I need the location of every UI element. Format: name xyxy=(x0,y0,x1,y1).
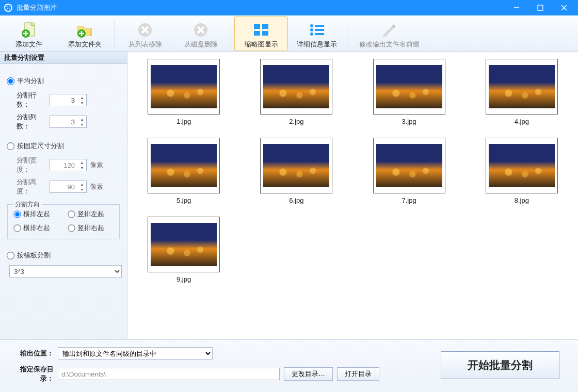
rows-label: 分割行数： xyxy=(17,91,50,109)
save-dir-input[interactable] xyxy=(58,368,280,380)
svg-rect-17 xyxy=(254,24,260,29)
dir-v-right-radio[interactable]: 竖排右起 xyxy=(68,224,113,233)
mode-template-radio[interactable]: 按模板分割 xyxy=(7,251,120,260)
delete-disk-icon xyxy=(192,21,210,39)
svg-rect-18 xyxy=(262,24,268,29)
thumbnail-view-button[interactable]: 缩略图显示 xyxy=(234,17,288,51)
close-button[interactable] xyxy=(552,0,576,15)
edit-prefix-icon xyxy=(380,21,398,39)
detail-view-button[interactable]: 详细信息显示 xyxy=(290,17,344,51)
thumbnail-caption: 4.jpg xyxy=(515,118,529,125)
svg-rect-26 xyxy=(315,33,324,35)
mode-fixed-radio[interactable]: 按固定尺寸分割 xyxy=(7,141,120,151)
mode-even-radio[interactable]: 平均分割 xyxy=(7,76,120,86)
edit-prefix-button[interactable]: 修改输出文件名前缀 xyxy=(350,17,428,51)
minimize-button[interactable] xyxy=(505,0,528,15)
maximize-button[interactable] xyxy=(528,0,552,15)
thumbnail-view-icon xyxy=(252,21,270,39)
bottom-panel: 输出位置： 输出到和原文件名同级的目录中 指定保存目录： 更改目录… 打开目录 … xyxy=(0,339,578,392)
svg-rect-20 xyxy=(262,31,268,36)
cols-label: 分割列数： xyxy=(17,112,50,131)
title-bar: ∷ 批量分割图片 xyxy=(0,0,578,15)
toolbar-separator xyxy=(115,20,115,48)
save-dir-label: 指定保存目录： xyxy=(8,365,58,383)
thumbnail-image xyxy=(148,217,220,272)
thumbnail-item[interactable]: 5.jpg xyxy=(138,138,230,204)
open-dir-button[interactable]: 打开目录 xyxy=(337,367,379,381)
toolbar-separator xyxy=(231,20,231,48)
dir-h-left-radio[interactable]: 横排左起 xyxy=(14,210,59,219)
add-folder-button[interactable]: 添加文件夹 xyxy=(58,17,111,51)
thumbnail-image xyxy=(373,138,445,193)
thumbnail-image xyxy=(148,138,220,193)
thumbnail-image xyxy=(148,59,220,115)
thumbnail-item[interactable]: 2.jpg xyxy=(250,59,342,125)
svg-point-25 xyxy=(310,32,313,36)
svg-rect-19 xyxy=(254,31,260,36)
toolbar: 添加文件 添加文件夹 从列表移除 从磁盘删除 缩略图显示 详细信息显示 xyxy=(0,15,578,52)
add-file-icon xyxy=(20,21,38,39)
add-file-button[interactable]: 添加文件 xyxy=(2,17,56,51)
detail-view-icon xyxy=(308,21,326,39)
dir-h-right-radio[interactable]: 横排右起 xyxy=(14,224,59,233)
width-spinner[interactable]: 120 ▲▼ xyxy=(50,159,87,171)
thumbnail-caption: 5.jpg xyxy=(176,197,191,204)
thumbnail-item[interactable]: 6.jpg xyxy=(250,138,342,204)
thumbnail-item[interactable]: 7.jpg xyxy=(363,138,455,204)
delete-from-disk-button[interactable]: 从磁盘删除 xyxy=(174,17,228,51)
thumbnail-caption: 7.jpg xyxy=(402,197,416,204)
toolbar-separator xyxy=(347,20,347,48)
output-loc-label: 输出位置： xyxy=(8,349,58,358)
thumbnail-item[interactable]: 3.jpg xyxy=(363,59,455,125)
window-title: 批量分割图片 xyxy=(17,3,505,12)
thumbnail-gallery: 1.jpg2.jpg3.jpg4.jpg5.jpg6.jpg7.jpg8.jpg… xyxy=(127,52,578,339)
thumbnail-item[interactable]: 4.jpg xyxy=(476,59,568,125)
thumbnail-image xyxy=(486,138,558,193)
thumbnail-image xyxy=(486,59,558,115)
add-folder-icon xyxy=(76,21,93,39)
dir-v-left-radio[interactable]: 竖排左起 xyxy=(68,210,113,219)
thumbnail-caption: 2.jpg xyxy=(289,118,303,125)
thumbnail-caption: 3.jpg xyxy=(402,118,416,125)
change-dir-button[interactable]: 更改目录… xyxy=(284,367,333,381)
remove-icon xyxy=(136,21,154,39)
remove-from-list-button[interactable]: 从列表移除 xyxy=(118,17,172,51)
output-loc-select[interactable]: 输出到和原文件名同级的目录中 xyxy=(58,347,213,360)
thumbnail-item[interactable]: 8.jpg xyxy=(476,138,568,204)
rows-spinner[interactable]: 3 ▲▼ xyxy=(50,94,87,106)
thumbnail-image xyxy=(260,59,332,115)
app-icon: ∷ xyxy=(4,4,12,12)
height-label: 分割高度： xyxy=(17,177,50,196)
thumbnail-image xyxy=(373,59,445,115)
sidebar-caption: 批量分割设置 xyxy=(0,52,127,64)
height-spinner[interactable]: 90 ▲▼ xyxy=(50,181,87,193)
direction-fieldset: 分割方向 横排左起 竖排左起 横排右起 竖排右起 xyxy=(7,204,120,239)
svg-point-23 xyxy=(310,28,313,31)
svg-rect-1 xyxy=(538,5,543,10)
thumbnail-caption: 8.jpg xyxy=(515,197,529,204)
thumbnail-caption: 1.jpg xyxy=(176,118,191,125)
start-button[interactable]: 开始批量分割 xyxy=(441,351,559,379)
cols-spinner[interactable]: 3 ▲▼ xyxy=(50,116,87,128)
thumbnail-item[interactable]: 1.jpg xyxy=(138,59,230,125)
svg-point-21 xyxy=(310,24,313,27)
svg-rect-24 xyxy=(315,29,324,31)
width-label: 分割宽度： xyxy=(17,156,50,174)
thumbnail-caption: 9.jpg xyxy=(176,275,191,283)
thumbnail-caption: 6.jpg xyxy=(289,197,303,204)
svg-rect-22 xyxy=(315,25,324,27)
thumbnail-image xyxy=(260,138,332,193)
thumbnail-item[interactable]: 9.jpg xyxy=(138,217,230,283)
settings-sidebar: 批量分割设置 平均分割 分割行数： 3 ▲▼ 分割列数： 3 ▲▼ xyxy=(0,52,127,339)
template-select[interactable]: 3*3 xyxy=(9,265,122,277)
